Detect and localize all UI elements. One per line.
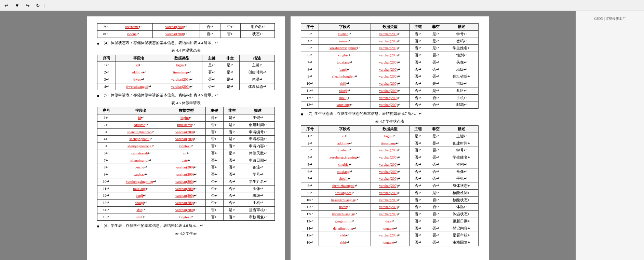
section4-bullet: ■ （4）体温状态表：存储体温状态的基本信息。表结构如表 4.4 所示。↵	[97, 40, 275, 46]
table-row: 13↵ youxiang↵ varchar(200)↵ 否↵ 否↵ 邮箱↵	[301, 101, 479, 109]
sidebar-brand-label: CSDN | IT毕设步工厂	[579, 16, 641, 21]
table-46-top: 7↵ username↵ varchar(200)↵ 否↵ 否↵ 用户名↵ 8↵…	[97, 23, 275, 38]
section6-title: （6）学生表：存储学生的基本信息。表结构如表 4.6 所示。↵	[102, 223, 203, 229]
table-row: 11↵ tiwen↵ varchar(200)↵ 否↵ 否↵ 体温↵	[301, 204, 479, 211]
section6-bullet: ■ （6）学生表：存储学生的基本信息。表结构如表 4.6 所示。↵	[97, 223, 275, 229]
bullet-icon: ■	[97, 223, 99, 229]
table-row: 12↵ tiwenzhuangtai↵ varchar(200)↵ 否↵ 否↵ …	[301, 211, 479, 218]
table-row: 3↵ tiwen↵ varchar(200)↵ 否↵ 是↵ 体温↵	[97, 76, 275, 83]
table-row: 12↵ shouji↵ varchar(200)↵ 否↵ 否↵ 手机↵	[301, 94, 479, 101]
undo-dropdown-button[interactable]: ▼	[13, 2, 21, 9]
table-row: 15↵ sfsh↵ varchar(200)↵ 否↵ 否↵ 是否审核↵	[301, 232, 479, 239]
table-header-row: 序号 字段名 数据类型 主键 非空 描述	[97, 107, 275, 114]
table-row: 3↵ shenqingbianhao↵ varchar(200)↵ 否↵ 否↵ …	[97, 128, 275, 136]
table-row: 15↵ shhf↵ longtext↵ 否↵ 否↵ 审核回复↵	[97, 214, 275, 221]
table-row: 7↵ shenqingriqi↵ date↵ 否↵ 否↵ 申请日期↵	[97, 157, 275, 164]
table-44: 序号 字段名 数据类型 主键 非空 描述 1↵ id↵ bigint↵ 是↵ 是	[97, 55, 275, 91]
left-page: 7↵ username↵ varchar(200)↵ 否↵ 否↵ 用户名↵ 8↵…	[87, 16, 285, 260]
table-row: 13↵ shouji↵ varchar(200)↵ 否↵ 否↵ 手机↵	[97, 200, 275, 207]
table-header-row: 序号 字段名 数据类型 主键 非空 描述	[301, 126, 479, 133]
table45-caption: 表 4.5 休假申请表	[97, 100, 275, 106]
table-row: 8↵ isdone↵ varchar(200)↵ 否↵ 否↵ 状态↵	[97, 30, 275, 38]
table-row: 11↵ xianji↵ varchar(200)↵ 否↵ 是↵ 县区↵	[301, 87, 479, 94]
table-row: 7↵ shouji↵ varchar(200)↵ 否↵ 否↵ 手机↵	[301, 175, 479, 182]
right-sidebar: CSDN | IT毕设步工厂	[576, 11, 644, 260]
table-row: 3↵ xuehao↵ varchar(200)↵ 否↵ 是↵ 学号↵	[301, 30, 479, 38]
table-row: 5↵ xingbie↵ varchar(200)↵ 否↵ 否↵ 性别↵	[301, 161, 479, 168]
table46-caption: 表 4.6 学生表	[97, 231, 275, 236]
table-row: 9↵ xuehao↵ varchar(200)↵ 否↵ 否↵ 学号↵	[97, 171, 275, 178]
undo-button[interactable]: ↩	[3, 2, 10, 9]
table-header-row: 序号 字段名 数据类型 主键 非空 描述	[97, 55, 275, 62]
table-row: 14↵ dengjineirong↵ longtext↵ 否↵ 否↵ 登记内容↵	[301, 225, 479, 232]
table-row: 6↵ touxiang↵ varchar(200)↵ 否↵ 否↵ 头像↵	[301, 168, 479, 175]
table-row: 4↵ shenqingbaoti↵ varchar(200)↵ 否↵ 是↵ 申请…	[97, 136, 275, 143]
table-row: 1↵ id↵ bigint↵ 是↵ 是↵ 主键↵	[301, 133, 479, 140]
table-row: 9↵ zhuzhishengfen↵ varchar(200)↵ 否↵ 否↵ 住…	[301, 73, 479, 80]
table-row: 9↵ hesuanjiace↵ varchar(200)↵ 否↵ 是↵ 核酸检测…	[301, 189, 479, 196]
page-area[interactable]: 7↵ username↵ varchar(200)↵ 否↵ 否↵ 用户名↵ 8↵…	[0, 11, 576, 260]
table-row: 7↵ touxiang↵ varchar(200)↵ 否↵ 否↵ 头像↵	[301, 59, 479, 66]
table-row: 16↵ shhf↵ longtext↵ 否↵ 否↵ 审核回复↵	[301, 239, 479, 246]
bullet-icon: ■	[97, 93, 99, 99]
table-row: 2↵ addtime↵ timestamp↵ 否↵ 是↵ 创建时间↵	[301, 140, 479, 147]
separator: |	[44, 3, 45, 8]
section5-title: （5）休假申请表：存储休假申请的基本信息。表结构如表 4.5 所示。↵	[102, 92, 218, 98]
table-row: 1↵ id↵ bigint↵ 是↵ 是↵ 主键↵	[97, 114, 275, 122]
right-page: 序号 字段名 数据类型 主键 非空 描述 3↵ xuehao↵ varchar(…	[291, 16, 489, 260]
section7-title: （7）学生状态表：存储学生状态的基本信息。表结构如表 4.7 所示。↵	[305, 111, 422, 117]
table44-caption: 表 4.4 体温状态表	[97, 47, 275, 53]
refresh-button[interactable]: ↻	[34, 2, 42, 9]
table-header-row: 序号 字段名 数据类型 主键 非空 描述	[301, 24, 479, 31]
table-45: 序号 字段名 数据类型 主键 非空 描述 1↵ id↵ bigint↵ 是↵ 是	[97, 107, 275, 221]
table-row: 1↵ id↵ bigint↵ 是↵ 是↵ 主键↵	[97, 62, 275, 69]
table-row: 5↵ shenqingneirong↵ longtext↵ 否↵ 否↵ 申请内容…	[97, 143, 275, 150]
toolbar: ↩ ▼ ↪ ↻ |	[0, 0, 644, 11]
table-row: 12↵ banji↵ varchar(200)↵ 否↵ 否↵ 班级↵	[97, 192, 275, 200]
table-row: 5↵ xueshengxingming↵ varchar(200)↵ 否↵ 是↵…	[301, 45, 479, 52]
table-row: 6↵ xiujiatiansh↵ int↵ 否↵ 是↵ 休假天数↵	[97, 150, 275, 157]
table-row: 10↵ hesuanzhuangtai↵ varchar(200)↵ 否↵ 否↵…	[301, 196, 479, 204]
redo-button[interactable]: ↪	[24, 2, 31, 9]
table-47: 序号 字段名 数据类型 主键 非空 描述 1↵ id↵ bigint↵ 是↵ 是	[301, 125, 479, 246]
table47-caption: 表 4.7 学生状态表	[301, 119, 479, 124]
table-row: 13↵ gengxinriqi↵ date↵ 否↵ 否↵ 更新日期↵	[301, 218, 479, 225]
table-row: 6↵ xingbie↵ varchar(200)↵ 否↵ 否↵ 性别↵	[301, 52, 479, 59]
table-row: 4↵ tiwenzhuangtai↵ varchar(200)↵ 否↵ 是↵ 体…	[97, 83, 275, 90]
section4-title: （4）体温状态表：存储体温状态的基本信息。表结构如表 4.4 所示。↵	[102, 40, 218, 46]
table-row: 8↵ banji↵ varchar(200)↵ 否↵ 否↵ 班级↵	[301, 66, 479, 73]
table-row: 3↵ xuehao↵ varchar(200)↵ 否↵ 否↵ 学号↵	[301, 147, 479, 154]
section7-bullet: ■ （7）学生状态表：存储学生状态的基本信息。表结构如表 4.7 所示。↵	[301, 111, 479, 117]
bullet-icon: ■	[301, 111, 303, 117]
table-row: 2↵ addtime↵ timestamp↵ 否↵ 是↵ 创建时间↵	[97, 69, 275, 76]
table-row: 8↵ beizhu↵ varchar(200)↵ 否↵ 否↵ 备注↵	[97, 164, 275, 171]
bullet-icon: ■	[97, 41, 99, 46]
table-row: 7↵ username↵ varchar(200)↵ 否↵ 否↵ 用户名↵	[97, 24, 275, 31]
main-content: 7↵ username↵ varchar(200)↵ 否↵ 否↵ 用户名↵ 8↵…	[0, 11, 644, 260]
table-row: 14↵ sfsh↵ varchar(200)↵ 否↵ 是↵ 是否审核↵	[97, 206, 275, 214]
table-row: 4↵ mima↵ varchar(200)↵ 否↵ 是↵ 密码↵	[301, 38, 479, 45]
table-row: 10↵ xueshengxingming↵ varchar(200)↵ 否↵ 否…	[97, 178, 275, 185]
section5-bullet: ■ （5）休假申请表：存储休假申请的基本信息。表结构如表 4.5 所示。↵	[97, 92, 275, 99]
table-row: 8↵ shentizhuangtai↵ varchar(200)↵ 否↵ 否↵ …	[301, 182, 479, 190]
table-row: 4↵ xueshengxingming↵ varchar(200)↵ 否↵ 否↵…	[301, 154, 479, 161]
table-row: 11↵ touxiang↵ varchar(200)↵ 否↵ 否↵ 头像↵	[97, 185, 275, 192]
table-row: 2↵ addtime↵ timestamp↵ 否↵ 是↵ 创建时间↵	[97, 121, 275, 128]
table-46-right-top: 序号 字段名 数据类型 主键 非空 描述 3↵ xuehao↵ varchar(…	[301, 23, 479, 109]
table-row: 10↵ shiji↵ varchar(200)↵ 否↵ 是↵ 市级↵	[301, 80, 479, 87]
